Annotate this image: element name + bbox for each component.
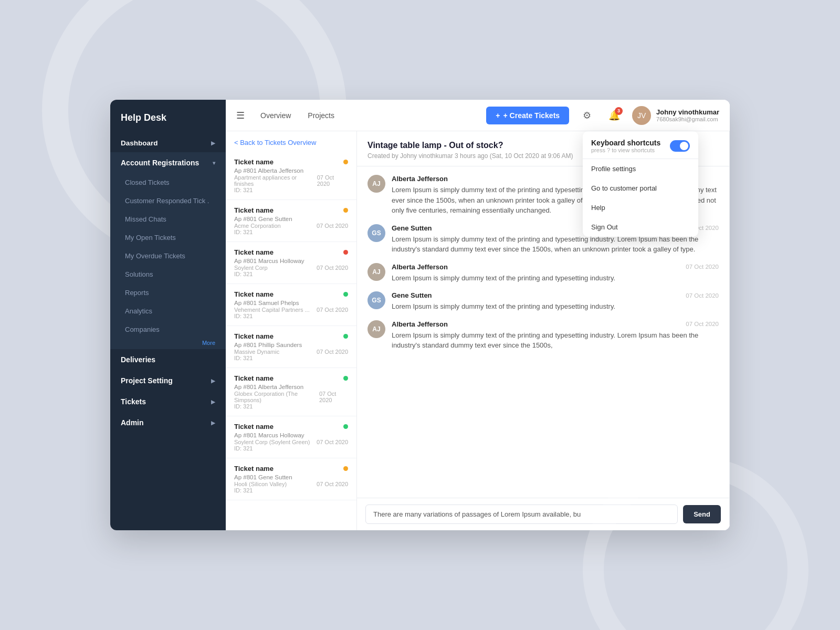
ticket-status-dot bbox=[343, 208, 348, 213]
sidebar-item-label: Missed Chats bbox=[125, 215, 166, 223]
sidebar-item-label: Admin bbox=[121, 418, 144, 427]
sidebar-item-analytics[interactable]: Analytics bbox=[110, 302, 226, 320]
ticket-person: Ap #801 Gene Sutten bbox=[234, 216, 348, 222]
sidebar-item-label: Solutions bbox=[125, 270, 153, 278]
plus-icon: + bbox=[496, 111, 500, 120]
message-author: Alberta Jefferson bbox=[392, 320, 448, 328]
sidebar-item-solutions[interactable]: Solutions bbox=[110, 265, 226, 284]
ticket-company: Acme Corporation bbox=[234, 223, 281, 229]
ticket-company: Globex Corporation (The Simpsons) bbox=[234, 391, 319, 403]
ticket-item[interactable]: Ticket name Ap #801 Alberta Jefferson Gl… bbox=[226, 368, 356, 416]
ticket-name: Ticket name bbox=[234, 423, 274, 430]
hamburger-icon[interactable]: ☰ bbox=[236, 110, 245, 121]
sidebar-item-closed-tickets[interactable]: Closed Tickets bbox=[110, 173, 226, 192]
ticket-item[interactable]: Ticket name Ap #801 Alberta Jefferson Ap… bbox=[226, 152, 356, 200]
sidebar-item-missed-chats[interactable]: Missed Chats bbox=[110, 210, 226, 228]
ticket-meta: Acme Corporation 07 Oct 2020 bbox=[234, 223, 348, 229]
send-button[interactable]: Send bbox=[683, 505, 721, 523]
ticket-meta: Soylent Corp 07 Oct 2020 bbox=[234, 265, 348, 271]
ticket-status-dot bbox=[343, 250, 348, 255]
ticket-status-dot bbox=[343, 376, 348, 381]
dropdown-item-help[interactable]: Help bbox=[583, 198, 698, 217]
user-menu-trigger[interactable]: JV Johny vinothkumar 7680sak9hi@gmail.co… bbox=[632, 106, 719, 125]
ticket-item[interactable]: Ticket name Ap #801 Marcus Holloway Soyl… bbox=[226, 416, 356, 458]
ticket-name: Ticket name bbox=[234, 332, 274, 340]
ticket-date: 07 Oct 2020 bbox=[317, 349, 348, 355]
message-text: Lorem Ipsum is simply dummy text of the … bbox=[392, 273, 719, 284]
sidebar-item-label: Project Setting bbox=[121, 376, 173, 385]
ticket-item[interactable]: Ticket name Ap #801 Gene Sutten Hooli (S… bbox=[226, 458, 356, 500]
toggle-knob bbox=[680, 142, 688, 150]
ticket-person: Ap #801 Samuel Phelps bbox=[234, 300, 348, 306]
message-time: 07 Oct 2020 bbox=[686, 292, 719, 299]
ticket-item[interactable]: Ticket name Ap #801 Phillip Saunders Mas… bbox=[226, 326, 356, 368]
ticket-date: 07 Oct 2020 bbox=[317, 265, 348, 271]
create-tickets-button[interactable]: + + Create Tickets bbox=[486, 107, 569, 124]
sidebar-item-account-registrations[interactable]: Account Registrations ▾ bbox=[110, 152, 226, 173]
ticket-id: ID: 321 bbox=[234, 313, 253, 319]
sidebar-item-companies[interactable]: Companies bbox=[110, 320, 226, 339]
sidebar-item-dashboard[interactable]: Dashboard ▶ bbox=[110, 134, 226, 152]
sidebar: Help Desk Dashboard ▶ Account Registrati… bbox=[110, 100, 226, 530]
ticket-date: 07 Oct 2020 bbox=[317, 174, 348, 187]
dropdown-item-sign-out[interactable]: Sign Out bbox=[583, 217, 698, 237]
ticket-person: Ap #801 Gene Sutten bbox=[234, 474, 348, 480]
ticket-item[interactable]: Ticket name Ap #801 Samuel Phelps Veheme… bbox=[226, 284, 356, 326]
sidebar-item-reports[interactable]: Reports bbox=[110, 284, 226, 302]
ticket-id-row: ID: 321 bbox=[234, 487, 348, 494]
ticket-id-row: ID: 321 bbox=[234, 313, 348, 319]
dropdown-subtitle: press ? to view shortcuts bbox=[591, 147, 660, 153]
message-text: Lorem Ipsum is simply dummy text of the … bbox=[392, 301, 719, 312]
ticket-id-row: ID: 321 bbox=[234, 403, 348, 410]
dropdown-items: Profile settingsGo to customer portalHel… bbox=[583, 159, 698, 237]
sidebar-item-project-setting[interactable]: Project Setting ▶ bbox=[110, 370, 226, 391]
topbar-nav-projects[interactable]: Projects bbox=[300, 108, 342, 123]
message-item: GS Gene Sutten 07 Oct 2020 Lorem Ipsum i… bbox=[368, 291, 719, 312]
sidebar-item-my-overdue-tickets[interactable]: My Overdue Tickets bbox=[110, 247, 226, 265]
ticket-company: Vehement Capital Partners ... bbox=[234, 307, 310, 313]
topbar-nav-overview[interactable]: Overview bbox=[253, 108, 298, 123]
message-input[interactable] bbox=[365, 505, 678, 524]
sidebar-more-link[interactable]: More bbox=[202, 340, 215, 346]
ticket-id-row: ID: 321 bbox=[234, 229, 348, 235]
ticket-meta: Vehement Capital Partners ... 07 Oct 202… bbox=[234, 307, 348, 313]
sidebar-more-area: More bbox=[110, 339, 226, 349]
conversation-input-area: Send bbox=[357, 498, 729, 530]
chevron-right-icon: ▶ bbox=[211, 378, 215, 384]
sidebar-item-customer-responded[interactable]: Customer Responded Tick . bbox=[110, 192, 226, 210]
ticket-id-row: ID: 321 bbox=[234, 355, 348, 361]
message-author: Alberta Jefferson bbox=[392, 263, 448, 271]
ticket-item[interactable]: Ticket name Ap #801 Marcus Holloway Soyl… bbox=[226, 242, 356, 284]
dropdown-item-customer-portal[interactable]: Go to customer portal bbox=[583, 178, 698, 198]
keyboard-shortcut-toggle[interactable] bbox=[670, 140, 690, 152]
message-author: Gene Sutten bbox=[392, 291, 432, 299]
sidebar-item-deliveries[interactable]: Deliveries bbox=[110, 349, 226, 370]
sidebar-item-label: Reports bbox=[125, 289, 149, 297]
message-item: AJ Alberta Jefferson 07 Oct 2020 Lorem I… bbox=[368, 320, 719, 351]
sidebar-item-admin[interactable]: Admin ▶ bbox=[110, 412, 226, 433]
sidebar-item-label: My Overdue Tickets bbox=[125, 252, 185, 260]
chevron-right-icon: ▶ bbox=[211, 399, 215, 405]
dropdown-item-profile-settings[interactable]: Profile settings bbox=[583, 159, 698, 178]
ticket-item[interactable]: Ticket name Ap #801 Gene Sutten Acme Cor… bbox=[226, 200, 356, 242]
ticket-status-dot bbox=[343, 160, 348, 164]
sidebar-item-tickets[interactable]: Tickets ▶ bbox=[110, 391, 226, 412]
back-link[interactable]: < Back to Tickets Overview bbox=[226, 131, 356, 152]
sidebar-item-my-open-tickets[interactable]: My Open Tickets bbox=[110, 228, 226, 247]
avatar: AJ bbox=[368, 320, 385, 338]
message-time: 07 Oct 2020 bbox=[686, 264, 719, 270]
avatar: AJ bbox=[368, 175, 385, 193]
ticket-name: Ticket name bbox=[234, 290, 274, 298]
dropdown-header-content: Keyboard shortcuts press ? to view short… bbox=[591, 139, 660, 153]
ticket-id: ID: 321 bbox=[234, 355, 253, 361]
avatar: JV bbox=[632, 106, 651, 125]
ticket-id: ID: 321 bbox=[234, 445, 253, 452]
sidebar-item-label: Analytics bbox=[125, 307, 152, 315]
ticket-id-row: ID: 321 bbox=[234, 445, 348, 452]
message-text: Lorem Ipsum is simply dummy text of the … bbox=[392, 330, 719, 351]
message-text: Lorem Ipsum is simply dummy text of the … bbox=[392, 234, 719, 255]
topbar-nav: Overview Projects bbox=[253, 108, 342, 123]
settings-icon[interactable]: ⚙ bbox=[578, 106, 596, 125]
sidebar-item-label: Deliveries bbox=[121, 355, 155, 364]
message-header: Alberta Jefferson 07 Oct 2020 bbox=[392, 263, 719, 271]
